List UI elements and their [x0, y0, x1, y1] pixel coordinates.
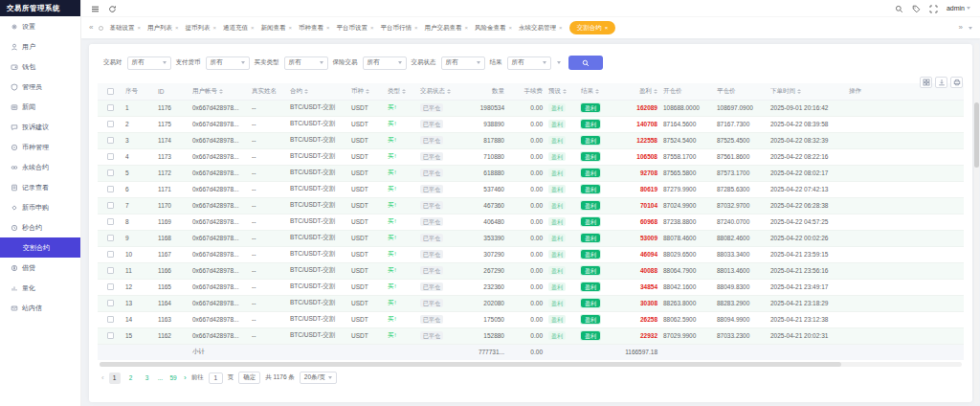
page-button[interactable]: 59: [167, 372, 179, 384]
row-checkbox[interactable]: [107, 300, 114, 306]
trade-type-select[interactable]: 所有: [284, 56, 328, 70]
column-header-type[interactable]: 类型: [385, 83, 417, 100]
tab-item[interactable]: 币种查看×: [299, 24, 330, 33]
search-icon[interactable]: [895, 0, 903, 17]
sidebar-item[interactable]: 站内信: [0, 298, 80, 318]
sidebar-item[interactable]: 设置: [0, 16, 80, 36]
tab-item[interactable]: 用户交易查看×: [425, 24, 469, 33]
hamburger-icon[interactable]: [91, 0, 100, 17]
tab-item[interactable]: 平台币行情×: [381, 24, 418, 33]
close-tab-icon[interactable]: ×: [137, 25, 141, 31]
row-checkbox[interactable]: [107, 332, 114, 339]
tab-item[interactable]: 新闻查看×: [261, 24, 293, 33]
tab-item[interactable]: 风险金查看×: [475, 24, 512, 33]
column-header-preset[interactable]: 预设: [546, 83, 578, 100]
close-tab-icon[interactable]: ×: [212, 25, 216, 31]
close-tab-icon[interactable]: ×: [414, 25, 418, 31]
page-button[interactable]: 2: [125, 372, 137, 384]
row-checkbox[interactable]: [107, 169, 114, 176]
row-checkbox[interactable]: [107, 235, 114, 241]
row-checkbox[interactable]: [107, 218, 114, 225]
sidebar-item[interactable]: 借贷: [0, 258, 80, 278]
tab-item[interactable]: 永续交易管理×: [519, 24, 563, 33]
close-tab-icon[interactable]: ×: [559, 25, 563, 31]
result-select[interactable]: 所有: [507, 56, 551, 70]
prev-page-icon[interactable]: ‹: [101, 374, 104, 382]
row-checkbox[interactable]: [107, 137, 114, 144]
print-icon[interactable]: [950, 77, 963, 88]
sidebar-item[interactable]: 交割合约: [0, 237, 80, 258]
payment-currency-select[interactable]: 所有: [206, 56, 250, 70]
row-checkbox[interactable]: [107, 251, 114, 258]
insurance-trade-select[interactable]: 所有: [363, 56, 407, 70]
column-header-status[interactable]: 交易状态: [417, 83, 459, 100]
column-header-currency[interactable]: 币种: [348, 83, 385, 100]
sidebar-item[interactable]: 记录查看: [0, 177, 80, 197]
close-tab-icon[interactable]: ×: [289, 25, 293, 31]
column-header-time[interactable]: 下单时间: [768, 83, 846, 100]
sidebar-item[interactable]: 投诉建议: [0, 117, 80, 137]
vertical-scrollbar[interactable]: [974, 43, 979, 404]
column-header-profit[interactable]: 盈利: [612, 83, 660, 100]
tab-item[interactable]: 通道充值×: [223, 24, 255, 33]
sidebar-item[interactable]: 钱包: [0, 56, 80, 77]
column-header-account[interactable]: 用户帐号: [189, 83, 249, 100]
page-jump-input[interactable]: 1: [209, 372, 223, 384]
sidebar-item[interactable]: 管理员: [0, 77, 80, 97]
row-checkbox[interactable]: [107, 202, 114, 209]
row-checkbox[interactable]: [107, 121, 114, 127]
trading-pair-select[interactable]: 所有: [127, 56, 171, 70]
close-tab-icon[interactable]: ×: [251, 25, 255, 31]
row-checkbox[interactable]: [107, 316, 114, 323]
tab-item[interactable]: 基础设置×: [109, 24, 141, 33]
fullscreen-icon[interactable]: [929, 0, 938, 17]
row-checkbox[interactable]: [107, 186, 114, 192]
close-tab-icon[interactable]: ×: [370, 25, 374, 31]
tab-menu-icon[interactable]: [969, 27, 972, 30]
column-header-result[interactable]: 结果: [578, 83, 612, 100]
cell-currency: USDT: [348, 100, 385, 116]
sidebar-item[interactable]: 秒合约: [0, 217, 80, 237]
row-checkbox[interactable]: [107, 283, 114, 290]
profit-value: 106508: [612, 148, 660, 165]
close-tab-icon[interactable]: ×: [175, 25, 179, 31]
user-menu[interactable]: admin: [947, 5, 970, 11]
refresh-tab-icon[interactable]: [99, 26, 103, 31]
page-button[interactable]: 3: [142, 372, 153, 384]
confirm-button[interactable]: 确定: [238, 372, 260, 384]
search-button[interactable]: [568, 56, 603, 70]
sidebar-item[interactable]: 币种管理: [0, 137, 80, 157]
trade-status-select[interactable]: 所有: [441, 56, 485, 70]
sidebar-item[interactable]: 新币申购: [0, 197, 80, 217]
tab-item[interactable]: 提币列表×: [185, 24, 216, 33]
download-icon[interactable]: [935, 77, 947, 88]
next-page-icon[interactable]: ›: [184, 374, 187, 382]
close-tab-icon[interactable]: ×: [605, 25, 609, 31]
close-tab-icon[interactable]: ×: [326, 25, 330, 31]
row-checkbox[interactable]: [107, 104, 114, 111]
page-size-select[interactable]: 20条/页: [300, 372, 337, 384]
expand-tabs-icon[interactable]: »: [959, 24, 963, 32]
close-tab-icon[interactable]: ×: [509, 25, 513, 31]
tab-item[interactable]: 平台币设置×: [337, 24, 374, 33]
more-pages-icon[interactable]: ...: [158, 374, 163, 381]
select-all-checkbox[interactable]: [107, 88, 114, 95]
columns-icon[interactable]: [920, 77, 932, 88]
page-button[interactable]: 1: [109, 372, 121, 384]
column-header-contract[interactable]: 合约: [287, 83, 348, 100]
expand-filters-icon[interactable]: [557, 61, 561, 64]
sidebar-item[interactable]: 量化: [0, 278, 80, 298]
sidebar-item[interactable]: 用户: [0, 36, 80, 56]
tab-item[interactable]: 用户列表×: [147, 24, 179, 33]
sidebar-item[interactable]: 永续合约: [0, 157, 80, 177]
row-checkbox[interactable]: [107, 153, 114, 160]
sidebar-item-label: 币种管理: [22, 143, 49, 152]
row-checkbox[interactable]: [107, 267, 114, 274]
tab-item[interactable]: 交割合约×: [569, 21, 616, 34]
close-tab-icon[interactable]: ×: [465, 25, 469, 31]
sidebar-item[interactable]: 新闻: [0, 97, 80, 117]
tag-icon[interactable]: [912, 0, 921, 17]
collapse-tabs-icon[interactable]: «: [89, 24, 93, 32]
refresh-icon[interactable]: [108, 0, 117, 17]
cell-close: 87573.1700: [714, 165, 768, 181]
